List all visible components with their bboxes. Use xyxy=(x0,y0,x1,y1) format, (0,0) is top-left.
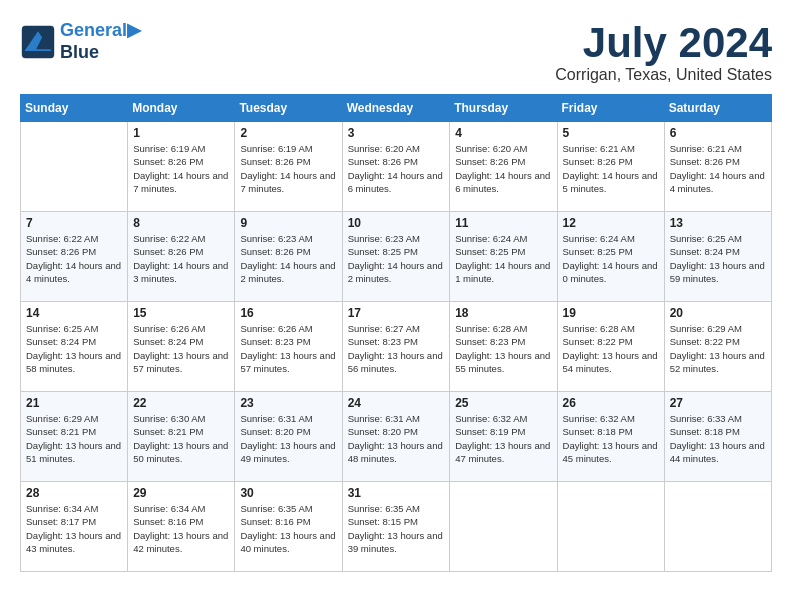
day-info: Sunrise: 6:29 AMSunset: 8:22 PMDaylight:… xyxy=(670,322,766,375)
calendar-cell: 7Sunrise: 6:22 AMSunset: 8:26 PMDaylight… xyxy=(21,212,128,302)
day-info: Sunrise: 6:31 AMSunset: 8:20 PMDaylight:… xyxy=(240,412,336,465)
header-row: SundayMondayTuesdayWednesdayThursdayFrid… xyxy=(21,95,772,122)
logo-line1: General xyxy=(60,20,127,40)
week-row-5: 28Sunrise: 6:34 AMSunset: 8:17 PMDayligh… xyxy=(21,482,772,572)
day-number: 24 xyxy=(348,396,445,410)
calendar-cell: 29Sunrise: 6:34 AMSunset: 8:16 PMDayligh… xyxy=(128,482,235,572)
calendar-cell: 14Sunrise: 6:25 AMSunset: 8:24 PMDayligh… xyxy=(21,302,128,392)
day-number: 30 xyxy=(240,486,336,500)
day-info: Sunrise: 6:19 AMSunset: 8:26 PMDaylight:… xyxy=(240,142,336,195)
calendar-table: SundayMondayTuesdayWednesdayThursdayFrid… xyxy=(20,94,772,572)
day-number: 17 xyxy=(348,306,445,320)
header-cell-friday: Friday xyxy=(557,95,664,122)
calendar-cell: 2Sunrise: 6:19 AMSunset: 8:26 PMDaylight… xyxy=(235,122,342,212)
day-number: 28 xyxy=(26,486,122,500)
day-info: Sunrise: 6:34 AMSunset: 8:16 PMDaylight:… xyxy=(133,502,229,555)
day-number: 6 xyxy=(670,126,766,140)
calendar-cell: 4Sunrise: 6:20 AMSunset: 8:26 PMDaylight… xyxy=(450,122,557,212)
day-number: 11 xyxy=(455,216,551,230)
header-cell-saturday: Saturday xyxy=(664,95,771,122)
page-header: General▶ Blue July 2024 Corrigan, Texas,… xyxy=(20,20,772,84)
day-info: Sunrise: 6:30 AMSunset: 8:21 PMDaylight:… xyxy=(133,412,229,465)
header-cell-wednesday: Wednesday xyxy=(342,95,450,122)
week-row-3: 14Sunrise: 6:25 AMSunset: 8:24 PMDayligh… xyxy=(21,302,772,392)
day-info: Sunrise: 6:21 AMSunset: 8:26 PMDaylight:… xyxy=(563,142,659,195)
day-info: Sunrise: 6:32 AMSunset: 8:19 PMDaylight:… xyxy=(455,412,551,465)
calendar-cell: 19Sunrise: 6:28 AMSunset: 8:22 PMDayligh… xyxy=(557,302,664,392)
day-info: Sunrise: 6:23 AMSunset: 8:26 PMDaylight:… xyxy=(240,232,336,285)
day-info: Sunrise: 6:22 AMSunset: 8:26 PMDaylight:… xyxy=(26,232,122,285)
title-block: July 2024 Corrigan, Texas, United States xyxy=(555,20,772,84)
day-number: 7 xyxy=(26,216,122,230)
calendar-cell: 10Sunrise: 6:23 AMSunset: 8:25 PMDayligh… xyxy=(342,212,450,302)
day-number: 25 xyxy=(455,396,551,410)
day-info: Sunrise: 6:25 AMSunset: 8:24 PMDaylight:… xyxy=(26,322,122,375)
calendar-cell: 1Sunrise: 6:19 AMSunset: 8:26 PMDaylight… xyxy=(128,122,235,212)
logo: General▶ Blue xyxy=(20,20,141,63)
calendar-cell: 23Sunrise: 6:31 AMSunset: 8:20 PMDayligh… xyxy=(235,392,342,482)
day-info: Sunrise: 6:25 AMSunset: 8:24 PMDaylight:… xyxy=(670,232,766,285)
logo-line2: Blue xyxy=(60,42,141,64)
day-info: Sunrise: 6:34 AMSunset: 8:17 PMDaylight:… xyxy=(26,502,122,555)
day-info: Sunrise: 6:26 AMSunset: 8:23 PMDaylight:… xyxy=(240,322,336,375)
day-info: Sunrise: 6:33 AMSunset: 8:18 PMDaylight:… xyxy=(670,412,766,465)
day-info: Sunrise: 6:32 AMSunset: 8:18 PMDaylight:… xyxy=(563,412,659,465)
day-number: 27 xyxy=(670,396,766,410)
week-row-4: 21Sunrise: 6:29 AMSunset: 8:21 PMDayligh… xyxy=(21,392,772,482)
day-number: 2 xyxy=(240,126,336,140)
day-info: Sunrise: 6:20 AMSunset: 8:26 PMDaylight:… xyxy=(455,142,551,195)
calendar-cell xyxy=(557,482,664,572)
day-number: 3 xyxy=(348,126,445,140)
calendar-cell: 24Sunrise: 6:31 AMSunset: 8:20 PMDayligh… xyxy=(342,392,450,482)
calendar-cell: 27Sunrise: 6:33 AMSunset: 8:18 PMDayligh… xyxy=(664,392,771,482)
header-cell-monday: Monday xyxy=(128,95,235,122)
calendar-cell: 28Sunrise: 6:34 AMSunset: 8:17 PMDayligh… xyxy=(21,482,128,572)
day-info: Sunrise: 6:35 AMSunset: 8:16 PMDaylight:… xyxy=(240,502,336,555)
calendar-cell xyxy=(21,122,128,212)
day-info: Sunrise: 6:20 AMSunset: 8:26 PMDaylight:… xyxy=(348,142,445,195)
day-info: Sunrise: 6:23 AMSunset: 8:25 PMDaylight:… xyxy=(348,232,445,285)
calendar-cell: 18Sunrise: 6:28 AMSunset: 8:23 PMDayligh… xyxy=(450,302,557,392)
day-number: 29 xyxy=(133,486,229,500)
day-number: 23 xyxy=(240,396,336,410)
calendar-cell: 16Sunrise: 6:26 AMSunset: 8:23 PMDayligh… xyxy=(235,302,342,392)
calendar-cell xyxy=(450,482,557,572)
day-number: 22 xyxy=(133,396,229,410)
day-info: Sunrise: 6:35 AMSunset: 8:15 PMDaylight:… xyxy=(348,502,445,555)
day-number: 14 xyxy=(26,306,122,320)
day-number: 26 xyxy=(563,396,659,410)
day-info: Sunrise: 6:29 AMSunset: 8:21 PMDaylight:… xyxy=(26,412,122,465)
calendar-cell: 9Sunrise: 6:23 AMSunset: 8:26 PMDaylight… xyxy=(235,212,342,302)
day-number: 16 xyxy=(240,306,336,320)
calendar-cell: 25Sunrise: 6:32 AMSunset: 8:19 PMDayligh… xyxy=(450,392,557,482)
calendar-cell: 6Sunrise: 6:21 AMSunset: 8:26 PMDaylight… xyxy=(664,122,771,212)
day-number: 4 xyxy=(455,126,551,140)
week-row-1: 1Sunrise: 6:19 AMSunset: 8:26 PMDaylight… xyxy=(21,122,772,212)
day-info: Sunrise: 6:21 AMSunset: 8:26 PMDaylight:… xyxy=(670,142,766,195)
calendar-cell: 21Sunrise: 6:29 AMSunset: 8:21 PMDayligh… xyxy=(21,392,128,482)
calendar-cell: 13Sunrise: 6:25 AMSunset: 8:24 PMDayligh… xyxy=(664,212,771,302)
day-number: 31 xyxy=(348,486,445,500)
day-number: 15 xyxy=(133,306,229,320)
calendar-cell: 20Sunrise: 6:29 AMSunset: 8:22 PMDayligh… xyxy=(664,302,771,392)
day-number: 9 xyxy=(240,216,336,230)
calendar-cell: 22Sunrise: 6:30 AMSunset: 8:21 PMDayligh… xyxy=(128,392,235,482)
day-number: 21 xyxy=(26,396,122,410)
header-cell-tuesday: Tuesday xyxy=(235,95,342,122)
day-info: Sunrise: 6:19 AMSunset: 8:26 PMDaylight:… xyxy=(133,142,229,195)
day-info: Sunrise: 6:31 AMSunset: 8:20 PMDaylight:… xyxy=(348,412,445,465)
header-cell-thursday: Thursday xyxy=(450,95,557,122)
calendar-cell: 12Sunrise: 6:24 AMSunset: 8:25 PMDayligh… xyxy=(557,212,664,302)
calendar-cell xyxy=(664,482,771,572)
calendar-cell: 26Sunrise: 6:32 AMSunset: 8:18 PMDayligh… xyxy=(557,392,664,482)
calendar-cell: 17Sunrise: 6:27 AMSunset: 8:23 PMDayligh… xyxy=(342,302,450,392)
day-number: 18 xyxy=(455,306,551,320)
calendar-cell: 8Sunrise: 6:22 AMSunset: 8:26 PMDaylight… xyxy=(128,212,235,302)
day-info: Sunrise: 6:24 AMSunset: 8:25 PMDaylight:… xyxy=(563,232,659,285)
header-cell-sunday: Sunday xyxy=(21,95,128,122)
day-number: 20 xyxy=(670,306,766,320)
location: Corrigan, Texas, United States xyxy=(555,66,772,84)
calendar-cell: 3Sunrise: 6:20 AMSunset: 8:26 PMDaylight… xyxy=(342,122,450,212)
day-info: Sunrise: 6:24 AMSunset: 8:25 PMDaylight:… xyxy=(455,232,551,285)
day-number: 10 xyxy=(348,216,445,230)
